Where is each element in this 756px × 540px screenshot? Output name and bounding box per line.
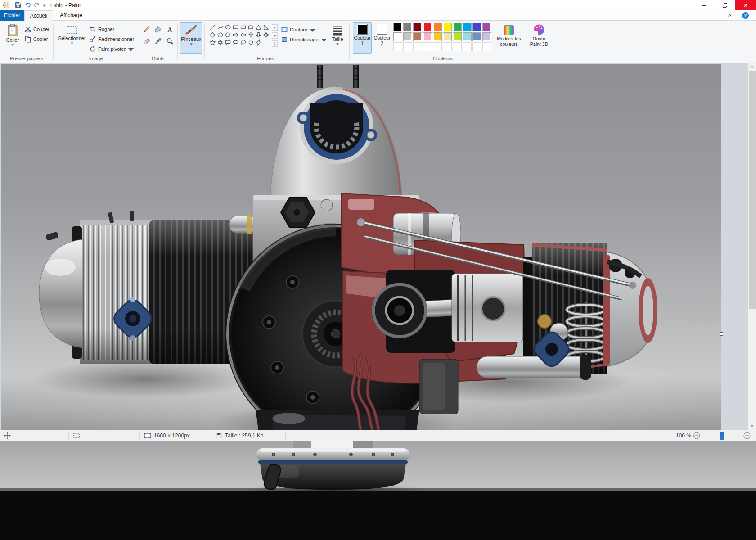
shape-triangle-button[interactable] [255, 23, 262, 31]
palette-color[interactable] [472, 32, 482, 41]
shape-polygon-button[interactable] [247, 23, 255, 31]
palette-color[interactable] [463, 32, 472, 41]
palette-color[interactable] [443, 32, 452, 41]
scroll-up-button[interactable] [748, 63, 756, 71]
canvas-image[interactable] [1, 64, 721, 430]
outline-button[interactable]: Contour [281, 25, 316, 34]
edit-colors-button[interactable]: Modifier lescouleurs [495, 22, 523, 54]
tool-magnifier-button[interactable] [164, 35, 176, 47]
zoom-slider-thumb[interactable] [720, 432, 724, 440]
palette-color[interactable] [453, 32, 462, 41]
tool-fill-button[interactable] [152, 23, 164, 35]
palette-color[interactable] [433, 22, 442, 32]
shape-pentagon-button[interactable] [216, 31, 224, 39]
close-button[interactable] [735, 0, 756, 10]
palette-empty-slot[interactable] [472, 42, 482, 51]
palette-color[interactable] [482, 22, 491, 32]
palette-color[interactable] [433, 32, 442, 41]
palette-empty-slot[interactable] [453, 42, 462, 51]
fill-style-button[interactable]: Remplissage [281, 35, 328, 44]
palette-empty-slot[interactable] [443, 42, 452, 51]
triangle-up-icon [750, 65, 754, 69]
tool-pencil-button[interactable] [140, 23, 152, 35]
palette-color[interactable] [443, 22, 452, 32]
shape-rect-button[interactable] [232, 23, 239, 31]
shape-star4-button[interactable] [262, 31, 270, 39]
tab-accueil[interactable]: Accueil [24, 10, 53, 21]
canvas-resize-handle[interactable] [720, 332, 723, 336]
shape-star6-button[interactable] [216, 39, 224, 46]
palette-color[interactable] [393, 32, 402, 41]
select-button[interactable]: Sélectionner [57, 22, 87, 54]
redo-button[interactable] [33, 1, 40, 9]
palette-empty-slot[interactable] [393, 42, 402, 51]
shape-arrow-left-button[interactable] [239, 31, 247, 39]
shape-arrow-down-button[interactable] [255, 31, 262, 39]
open-paint3d-button[interactable]: OuvrirPaint 3D [526, 22, 552, 54]
shapes-scroll-up-button[interactable] [272, 24, 278, 31]
brushes-button[interactable]: Pinceaux [180, 22, 202, 54]
shapes-more-button[interactable] [272, 40, 278, 47]
shape-diamond-button[interactable] [209, 31, 216, 39]
color2-button[interactable]: Couleur2 [373, 22, 392, 54]
copy-button[interactable]: Copier [24, 35, 48, 44]
minimize-button[interactable] [694, 0, 715, 10]
shape-callout-cloud-button[interactable] [239, 39, 247, 46]
zoom-in-button[interactable] [743, 432, 751, 439]
palette-empty-slot[interactable] [433, 42, 442, 51]
undo-button[interactable] [24, 1, 32, 9]
shape-arrow-up-button[interactable] [247, 31, 255, 39]
qat-customize-button[interactable] [42, 4, 46, 8]
palette-color[interactable] [423, 22, 432, 32]
palette-color[interactable] [423, 32, 432, 41]
size-button[interactable]: Taille [328, 22, 347, 54]
palette-empty-slot[interactable] [463, 42, 472, 51]
tab-fichier[interactable]: Fichier [0, 10, 24, 21]
palette-empty-slot[interactable] [403, 42, 412, 51]
color1-button[interactable]: Couleur1 [353, 22, 372, 54]
scroll-down-button[interactable] [748, 422, 756, 430]
palette-color[interactable] [413, 22, 422, 32]
palette-color[interactable] [393, 22, 402, 32]
resize-button[interactable]: Redimensionner [89, 35, 134, 44]
shape-star5-button[interactable] [209, 39, 216, 46]
palette-color[interactable] [453, 22, 462, 32]
cut-button[interactable]: Couper [24, 25, 50, 34]
crop-button[interactable]: Rogner [89, 25, 114, 34]
shape-oval-button[interactable] [224, 23, 232, 31]
palette-color[interactable] [472, 22, 482, 32]
palette-color[interactable] [482, 32, 491, 41]
tool-eraser-button[interactable] [140, 35, 152, 47]
palette-empty-slot[interactable] [423, 42, 432, 51]
shape-curve-button[interactable] [216, 23, 224, 31]
shape-rounded-rect-button[interactable] [239, 23, 247, 31]
shape-callout-rect-button[interactable] [224, 39, 232, 46]
rotate-button[interactable]: Faire pivoter [89, 45, 135, 54]
collapse-ribbon-icon[interactable] [726, 12, 733, 19]
tool-text-button[interactable]: A [164, 23, 176, 35]
palette-empty-slot[interactable] [413, 42, 422, 51]
vertical-scrollbar[interactable] [748, 63, 756, 430]
shape-hexagon-button[interactable] [224, 31, 232, 39]
restore-button[interactable] [715, 0, 735, 10]
zoom-out-button[interactable] [693, 432, 700, 439]
shape-arrow-right-button[interactable] [232, 31, 239, 39]
palette-empty-slot[interactable] [482, 42, 491, 51]
shapes-scroll-down-button[interactable] [272, 32, 278, 39]
shape-callout-oval-button[interactable] [232, 39, 239, 46]
shape-line-button[interactable] [209, 23, 216, 31]
scrollbar-thumb[interactable] [749, 71, 756, 309]
help-icon[interactable]: ? [742, 12, 749, 19]
palette-color[interactable] [403, 32, 412, 41]
palette-color[interactable] [403, 22, 412, 32]
copy-icon [24, 36, 32, 43]
shape-lightning-button[interactable] [255, 39, 262, 46]
palette-color[interactable] [413, 32, 422, 41]
shape-right-triangle-button[interactable] [262, 23, 270, 31]
save-button[interactable] [14, 1, 22, 9]
palette-color[interactable] [463, 22, 472, 32]
paste-button[interactable]: Coller [3, 22, 22, 54]
tab-affichage[interactable]: Affichage [53, 10, 89, 21]
shape-heart-button[interactable] [247, 39, 255, 46]
tool-picker-button[interactable] [152, 35, 164, 47]
